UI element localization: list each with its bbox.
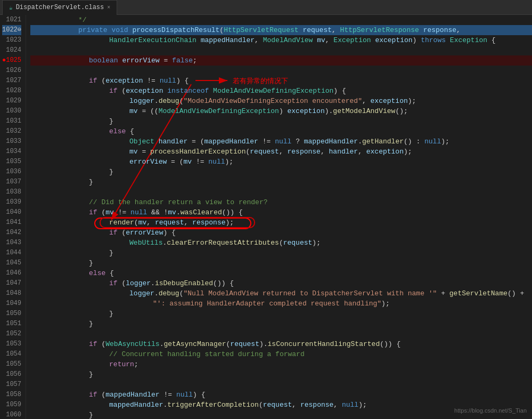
ln-1044: 1044 (2, 248, 21, 258)
code-line-1045: } (30, 258, 532, 268)
ln-1060: 1060 (2, 410, 21, 419)
ln-1033: 1033 (2, 136, 21, 147)
ln-1043: 1043 (2, 238, 21, 248)
code-line-1031: } (30, 116, 532, 126)
code-line-1043: WebUtils.clearErrorRequestAttributes(req… (30, 238, 532, 248)
ln-1031: 1031 (2, 116, 21, 126)
code-line-1032: else { (30, 126, 532, 136)
ln-1051: 1051 (2, 319, 21, 329)
code-line-1039: // Did the handler return a view to rend… (30, 197, 532, 207)
ln-1048: 1048 (2, 288, 21, 299)
code-line-1030: mv = ((ModelAndViewDefiningException) ex… (30, 106, 532, 116)
chinese-annotation: 若有异常的情况下 (233, 76, 288, 86)
ln-1042: 1042 (2, 228, 21, 238)
code-area: */ private void processDispatchResult(Ht… (26, 15, 532, 419)
ln-1037: 1037 (2, 177, 21, 187)
ln-1052: 1052 (2, 329, 21, 339)
code-line-1027: if (exception != null) { 若有异常的情况下 (30, 76, 532, 86)
code-line-1034: mv = processHandlerException(request, re… (30, 147, 532, 157)
java-file-icon: ☕ (9, 4, 13, 11)
ln-1038: 1038 (2, 187, 21, 197)
ln-1029: 1029 (2, 96, 21, 106)
ln-1039: 1039 (2, 197, 21, 207)
code-line-1044: } (30, 248, 532, 258)
code-line-1054: // Concurrent handling started during a … (30, 349, 532, 359)
code-line-1041: render(mv, request, response); (30, 217, 532, 228)
watermark: https://blog.csdn.net/S_Tian (454, 407, 527, 414)
code-line-1058: if (mappedHandler != null) { (30, 390, 532, 400)
ln-1032: 1032 (2, 126, 21, 136)
close-icon[interactable]: × (107, 5, 110, 11)
ln-1057: 1057 (2, 380, 21, 390)
code-line-1024 (30, 45, 532, 55)
code-line-1028: if (exception instanceof ModelAndViewDef… (30, 86, 532, 96)
ln-1036: 1036 (2, 167, 21, 177)
ln-1049: 1049 (2, 299, 21, 309)
code-line-1046: else { (30, 268, 532, 278)
code-line-1029: logger.debug("ModelAndViewDefiningExcept… (30, 96, 532, 106)
ln-1056: 1056 (2, 369, 21, 380)
file-tab[interactable]: ☕ DispatcherServlet.class × (2, 0, 117, 15)
ln-1024: 1024 (2, 45, 21, 55)
code-line-1055: return; (30, 359, 532, 369)
editor-container: 1021 1022⊖ 1023 1024 ●1025 1026 1027 102… (0, 15, 532, 419)
code-line-1026 (30, 66, 532, 76)
ln-1023: 1023 (2, 35, 21, 45)
ln-1028: 1028 (2, 86, 21, 96)
right-arrow-icon (195, 76, 233, 86)
tab-bar: ☕ DispatcherServlet.class × (0, 0, 532, 15)
code-line-1051: } (30, 319, 532, 329)
code-line-1048: logger.debug("Null ModelAndView returned… (30, 288, 532, 299)
ln-1041: 1041 (2, 217, 21, 228)
code-line-1021: */ (30, 15, 532, 25)
ln-1054: 1054 (2, 349, 21, 359)
code-line-1025: boolean errorView = false; (30, 55, 532, 66)
line-numbers: 1021 1022⊖ 1023 1024 ●1025 1026 1027 102… (0, 15, 26, 419)
code-line-1022: private void processDispatchResult(HttpS… (30, 25, 532, 35)
ln-1053: 1053 (2, 339, 21, 349)
ln-1025: ●1025 (2, 55, 21, 66)
code-line-1049: "': assuming HandlerAdapter completed re… (30, 299, 532, 309)
ln-1055: 1055 (2, 359, 21, 369)
code-line-1035: errorView = (mv != null); (30, 157, 532, 167)
ln-1035: 1035 (2, 157, 21, 167)
code-line-1023: HandlerExecutionChain mappedHandler, Mod… (30, 35, 532, 45)
code-line-1036: } (30, 167, 532, 177)
code-line-1057 (30, 380, 532, 390)
code-line-1040: if (mv != null && !mv.wasCleared()) { (30, 207, 532, 217)
ln-1030: 1030 (2, 106, 21, 116)
code-line-1056: } (30, 369, 532, 380)
ln-1034: 1034 (2, 147, 21, 157)
ln-1047: 1047 (2, 278, 21, 288)
code-line-1047: if (logger.isDebugEnabled()) { (30, 278, 532, 288)
ln-1045: 1045 (2, 258, 21, 268)
ln-1021: 1021 (2, 15, 21, 25)
ln-1026: 1026 (2, 66, 21, 76)
code-line-1052 (30, 329, 532, 339)
ln-1027: 1027 (2, 76, 21, 86)
code-line-1053: if (WebAsyncUtils.getAsyncManager(reques… (30, 339, 532, 349)
code-line-1050: } (30, 309, 532, 319)
ln-1059: 1059 (2, 400, 21, 410)
code-line-1033: Object handler = (mappedHandler != null … (30, 136, 532, 147)
code-line-1042: if (errorView) { (30, 228, 532, 238)
ln-1058: 1058 (2, 390, 21, 400)
code-line-1038 (30, 187, 532, 197)
ln-1046: 1046 (2, 268, 21, 278)
tab-label: DispatcherServlet.class (16, 4, 104, 11)
code-line-1037: } (30, 177, 532, 187)
ln-1050: 1050 (2, 309, 21, 319)
ln-1040: 1040 (2, 207, 21, 217)
ln-1022: 1022⊖ (2, 25, 21, 35)
